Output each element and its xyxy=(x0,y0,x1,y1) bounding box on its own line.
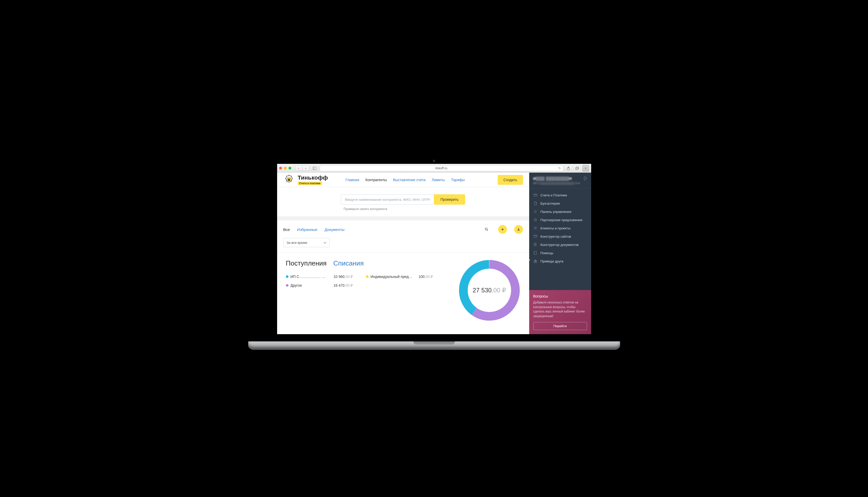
check-button[interactable]: Проверить xyxy=(434,194,465,204)
nav-invoice[interactable]: Выставление счета xyxy=(393,178,425,182)
search-hint: Проверьте своего контрагента xyxy=(344,207,523,211)
sidebar-menu: Счета и ПлатежиБухгалтерияПанель управле… xyxy=(529,188,591,268)
donut-total: 27 530,00 ₽ xyxy=(458,259,520,321)
star-icon xyxy=(533,218,537,222)
svg-point-7 xyxy=(485,228,487,230)
legend-dot-icon xyxy=(286,275,288,278)
doc-icon xyxy=(533,201,537,205)
stats-tabs: Поступления Списания xyxy=(286,259,448,267)
sidebar-item-site[interactable]: Конструктор сайтов xyxy=(529,232,591,241)
donut-total-frac: ,00 xyxy=(492,287,500,294)
svg-rect-6 xyxy=(288,179,290,181)
promo-button[interactable]: Перейти xyxy=(533,322,587,330)
gift-icon xyxy=(533,259,537,263)
nav-main[interactable]: Главная xyxy=(346,178,359,182)
sidebar-item-docs[interactable]: Конструктор документов xyxy=(529,241,591,249)
brand[interactable]: Тинькофф Счета и платежи xyxy=(283,174,328,186)
app-container: Тинькофф Счета и платежи Главная Контраг… xyxy=(277,173,591,334)
sidebar-item-gift[interactable]: Приведи друга xyxy=(529,257,591,265)
sidebar-item-doc[interactable]: Бухгалтерия xyxy=(529,199,591,208)
nav-limits[interactable]: Лимиты xyxy=(432,178,445,182)
chevron-down-icon xyxy=(323,241,327,245)
search-icon[interactable] xyxy=(482,225,491,234)
legend-item[interactable]: Другое16 470,00 ₽ xyxy=(286,283,353,287)
app-main: Тинькофф Счета и платежи Главная Контраг… xyxy=(277,173,529,334)
export-button[interactable] xyxy=(514,225,523,234)
sidebar-header: И▒▒▒ ▒▒▒▒▒▒▒▒Н ИП С▒▒▒▒▒▒▒▒▒▒▒▒▒▒▒▒▒ IЧ … xyxy=(529,173,591,188)
sidebar-item-gear[interactable]: Панель управления xyxy=(529,208,591,216)
gear-icon xyxy=(533,210,537,214)
camera-dot xyxy=(433,160,436,162)
legend-dot-icon xyxy=(286,284,288,287)
period-select[interactable]: За все время xyxy=(283,238,330,247)
nav-forward-button[interactable]: › xyxy=(302,166,309,171)
sidebar-item-label: Приведи друга xyxy=(540,259,564,263)
new-tab-button[interactable]: + xyxy=(582,165,589,172)
search-section: Проверить Проверьте своего контрагента xyxy=(277,187,529,217)
stats-section: Поступления Списания ИП С……………… …10 960,… xyxy=(277,253,529,334)
donut-currency: ₽ xyxy=(500,287,506,294)
address-bar[interactable]: tinkoff.ru ↻ xyxy=(320,165,563,171)
tab-incoming[interactable]: Поступления xyxy=(286,259,327,267)
sidebar-item-wallet[interactable]: Счета и Платежи xyxy=(529,191,591,199)
wallet-icon xyxy=(533,193,537,197)
promo-title: Вопросы xyxy=(533,294,587,298)
sidebar-item-label: Клиенты и проекты xyxy=(540,226,570,230)
nav-tariffs[interactable]: Тарифы xyxy=(451,178,465,182)
laptop-frame: ‹ › tinkoff.ru ↻ xyxy=(269,157,600,351)
browser-chrome: ‹ › tinkoff.ru ↻ xyxy=(277,164,591,173)
sidebar-item-star[interactable]: Партнерские предложения xyxy=(529,216,591,224)
window-close-icon[interactable] xyxy=(279,167,282,170)
filter-row: За все время xyxy=(277,234,529,253)
legend-item[interactable]: ИП С……………… …10 960,00 ₽ xyxy=(286,274,353,279)
tab-outgoing[interactable]: Списания xyxy=(333,259,364,267)
legend-label: Индивидуальный пред… xyxy=(371,274,416,279)
docs-icon xyxy=(533,243,537,247)
sidebar-promo: Вопросы Добавьте несколько ответов на ко… xyxy=(529,290,591,334)
sidebar-org-name[interactable]: ИП С▒▒▒▒▒▒▒▒▒▒▒▒▒▒▒▒▒ IЧ ▾ xyxy=(533,182,587,185)
screen-bezel: ‹ › tinkoff.ru ↻ xyxy=(269,157,600,342)
sidebar-toggle-button[interactable] xyxy=(311,166,318,171)
svg-rect-0 xyxy=(313,167,316,170)
sidebar-item-users[interactable]: Клиенты и проекты xyxy=(529,224,591,232)
tab-favorites[interactable]: Избранные xyxy=(297,227,317,232)
stats-left: Поступления Списания ИП С……………… …10 960,… xyxy=(286,259,448,321)
sidebar-user-name: И▒▒▒ ▒▒▒▒▒▒▒▒Н xyxy=(533,176,587,181)
logout-icon[interactable] xyxy=(583,176,588,181)
tabs-button[interactable] xyxy=(574,166,581,171)
brand-logo-icon xyxy=(283,174,295,186)
sidebar-item-label: Конструктор документов xyxy=(540,243,579,247)
share-button[interactable] xyxy=(565,166,572,171)
period-value: За все время xyxy=(287,241,307,245)
sidebar-item-book[interactable]: Помощь xyxy=(529,249,591,257)
legend-dot-icon xyxy=(366,275,369,278)
svg-rect-4 xyxy=(576,167,579,169)
donut-legend: ИП С……………… …10 960,00 ₽Индивидуальный пр… xyxy=(286,274,448,287)
list-tabs: Все Избранные Документы xyxy=(277,221,529,234)
legend-item[interactable]: Индивидуальный пред…100,00 ₽ xyxy=(366,274,433,279)
traffic-lights xyxy=(279,167,291,170)
create-button[interactable]: Создать xyxy=(498,175,523,185)
nav-counterparts[interactable]: Контрагенты xyxy=(366,178,387,182)
reload-icon[interactable]: ↻ xyxy=(559,167,561,170)
legend-label: Другое xyxy=(291,283,332,287)
svg-point-10 xyxy=(535,211,536,212)
book-icon xyxy=(533,251,537,255)
laptop-notch xyxy=(413,341,455,344)
screen: ‹ › tinkoff.ru ↻ xyxy=(277,164,591,334)
brand-tagline: Счета и платежи xyxy=(298,182,322,185)
promo-text: Добавьте несколько ответов на контрольны… xyxy=(533,300,587,318)
svg-rect-9 xyxy=(534,194,537,196)
legend-value: 10 960,00 ₽ xyxy=(333,274,353,279)
window-minimize-icon[interactable] xyxy=(284,167,287,170)
tab-documents[interactable]: Документы xyxy=(325,227,345,232)
donut-total-int: 27 530 xyxy=(473,287,492,294)
window-zoom-icon[interactable] xyxy=(288,167,291,170)
add-button[interactable] xyxy=(498,225,507,234)
nav-back-button[interactable]: ‹ xyxy=(295,166,302,171)
brand-text: Тинькофф Счета и платежи xyxy=(298,174,328,185)
counterparty-search-input[interactable] xyxy=(341,194,434,204)
nav-links: Главная Контрагенты Выставление счета Ли… xyxy=(346,178,465,182)
tab-all[interactable]: Все xyxy=(283,227,290,232)
badge-dot-icon xyxy=(529,259,530,261)
